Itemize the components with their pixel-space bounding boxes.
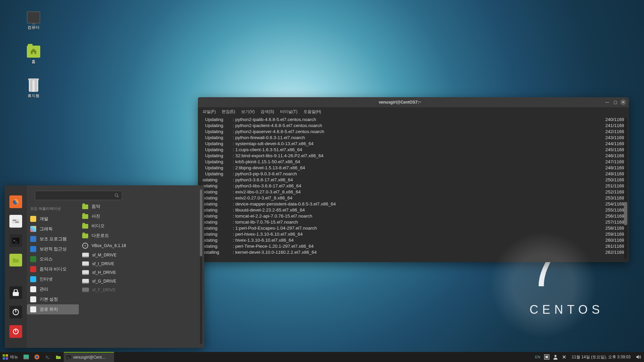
menu-place-item[interactable]: sf_G_DRIVE — [79, 277, 198, 286]
application-menu[interactable]: >_ 모든 애플리케이션 개발그래픽보조 프로그램보편적 접근성오피스음악과 비… — [5, 185, 204, 348]
terminal-action: Updating — [203, 153, 233, 159]
drive-icon — [82, 253, 89, 257]
panel-launcher-files[interactable] — [53, 352, 64, 362]
menu-category-label: 기본 설정 — [40, 297, 58, 302]
fav-settings[interactable] — [9, 215, 22, 228]
terminal-window[interactable]: venusgirl@CentOS7:~ — ▢ ✕ 파일(F)편집(E)보기(V… — [198, 97, 629, 262]
scrollbar-thumb[interactable] — [624, 202, 627, 225]
terminal-menu-item[interactable]: 보기(V) — [241, 109, 255, 115]
menu-place-item[interactable]: 사진 — [79, 212, 198, 221]
category-icon — [30, 246, 36, 252]
desktop[interactable]: 컴퓨터 홈 휴지통 7 CENTOS venusgirl@CentOS7:~ —… — [0, 0, 644, 362]
menu-search-input[interactable] — [38, 193, 114, 198]
terminal-line: Updating: 2:libpng-devel-1.5.13-8.el7.x8… — [203, 165, 624, 171]
panel-menu-button[interactable]: 메뉴 — [0, 352, 21, 362]
monitor-icon — [27, 11, 40, 23]
desktop-icon-computer[interactable]: 컴퓨터 — [20, 11, 47, 31]
desktop-icon-home[interactable]: 홈 — [20, 46, 47, 65]
terminal-action: odating — [203, 243, 233, 249]
terminal-action: odating — [203, 177, 233, 183]
window-maximize-button[interactable]: ▢ — [612, 99, 618, 105]
menu-place-item[interactable]: 음악 — [79, 202, 198, 212]
terminal-line: Updating: python2-ipaclient-4.6.8-5.el7.… — [203, 123, 624, 129]
terminal-menu-item[interactable]: 터미널(T) — [280, 109, 297, 115]
tray-volume-icon[interactable] — [635, 354, 641, 360]
terminal-count: 262/1169 — [594, 249, 624, 255]
menu-place-item[interactable]: 다운로드 — [79, 231, 198, 241]
menu-category-label: 오피스 — [40, 256, 53, 262]
terminal-title: venusgirl@CentOS7:~ — [198, 100, 602, 105]
menu-place-item[interactable]: sf_I_DRIVE — [79, 259, 198, 268]
terminal-package: : 1:perl-Pod-Escapes-1.04-297.el7.noarch — [233, 225, 594, 231]
menu-place-item[interactable]: sf_H_DRIVE — [79, 268, 198, 277]
menu-category-item[interactable]: 인터넷 — [27, 274, 79, 284]
terminal-line: odating: tomcat-lib-7.0.76-15.el7.noarch… — [203, 219, 624, 225]
window-close-button[interactable]: ✕ — [620, 99, 626, 105]
desktop-icon-trash[interactable]: 휴지통 — [20, 80, 47, 99]
terminal-action: odating — [203, 183, 233, 189]
menu-category-item[interactable]: 보조 프로그램 — [27, 234, 79, 244]
terminal-line: odating: exiv2-0.27.0-3.el7_8.x86_64253/… — [203, 195, 624, 201]
menu-search-box[interactable] — [35, 191, 122, 200]
menu-category-item[interactable]: 개발 — [27, 214, 79, 224]
panel-task-terminal[interactable]: >_ venusgirl@Cent… — [64, 352, 114, 362]
terminal-action: odating — [203, 225, 233, 231]
fav-lock[interactable] — [9, 286, 22, 299]
menu-category-item[interactable]: 관리 — [27, 284, 79, 294]
terminal-output[interactable]: Updating: python2-ipalib-4.6.8-5.el7.cen… — [198, 116, 629, 262]
window-minimize-button[interactable]: — — [604, 99, 610, 105]
menu-categories-header: 모든 애플리케이션 — [27, 204, 79, 214]
files-icon — [56, 355, 61, 359]
menu-category-label: 경로 위치 — [40, 307, 58, 312]
places-scrollbar[interactable] — [200, 189, 202, 344]
panel[interactable]: 메뉴 >_ >_ venusgirl@Cent… EN 11월 14일 (토요일… — [0, 352, 644, 362]
terminal-action: odating — [203, 207, 233, 213]
terminal-count: 245/1169 — [594, 147, 624, 153]
menu-category-item[interactable]: 보편적 접근성 — [27, 244, 79, 254]
menu-category-item[interactable]: 기본 설정 — [27, 294, 79, 304]
tray-network-icon[interactable] — [561, 354, 567, 360]
tray-user-icon[interactable] — [552, 354, 558, 360]
tray-vbox-icon[interactable] — [544, 354, 550, 360]
panel-clock[interactable]: 11월 14일 (토요일), 오후 3:39:03 — [569, 352, 634, 362]
panel-launcher-terminal[interactable]: >_ — [42, 352, 53, 362]
menu-category-item[interactable]: 경로 위치 — [27, 304, 79, 314]
fav-files[interactable] — [9, 254, 22, 266]
menu-place-item[interactable]: sf_M_DRIVE — [79, 251, 198, 259]
menu-place-item[interactable]: VBox_GAs_6.1.16 — [79, 241, 198, 251]
terminal-titlebar[interactable]: venusgirl@CentOS7:~ — ▢ ✕ — [198, 97, 629, 107]
terminal-action: Updating — [203, 129, 233, 135]
terminal-package: : kernel-devel-3.10.0-1160.2.2.el7.x86_6… — [233, 249, 594, 255]
fav-firefox[interactable] — [9, 195, 22, 208]
menu-category-item[interactable]: 그래픽 — [27, 224, 79, 234]
terminal-menu-item[interactable]: 도움말(H) — [304, 109, 321, 115]
menu-category-item[interactable]: 음악과 비디오 — [27, 264, 79, 274]
menu-category-item[interactable]: 오피스 — [27, 254, 79, 264]
menu-place-item[interactable]: 비디오 — [79, 221, 198, 231]
panel-launcher-firefox[interactable] — [32, 352, 42, 362]
terminal-menu-item[interactable]: 편집(E) — [222, 109, 235, 115]
menu-category-label: 관리 — [40, 287, 48, 292]
panel-show-desktop[interactable] — [21, 352, 32, 362]
svg-text:>_: >_ — [46, 355, 50, 359]
terminal-action: Updating — [203, 135, 233, 141]
terminal-icon: >_ — [66, 355, 71, 359]
menu-place-item[interactable]: sf_F_DRIVE — [79, 286, 198, 294]
fav-terminal[interactable]: >_ — [9, 234, 22, 247]
fav-shutdown[interactable] — [9, 325, 22, 338]
folder-icon — [82, 224, 88, 229]
folder-icon — [82, 234, 88, 238]
terminal-count: 247/1169 — [594, 159, 624, 165]
folder-icon — [82, 204, 88, 209]
terminal-menu-item[interactable]: 검색(S) — [261, 109, 274, 115]
terminal-line: Updating: krb5-pkinit-1.15.1-50.el7.x86_… — [203, 159, 624, 165]
terminal-scrollbar[interactable] — [624, 118, 627, 259]
terminal-package: : perl-Time-Piece-1.20.1-297.el7.x86_64 — [233, 243, 594, 249]
menu-place-label: 음악 — [92, 204, 100, 209]
fav-logout[interactable] — [9, 306, 22, 318]
terminal-menu-item[interactable]: 파일(F) — [203, 109, 216, 115]
menu-category-label: 그래픽 — [40, 226, 53, 232]
scrollbar-thumb[interactable] — [200, 189, 202, 256]
menu-place-label: sf_G_DRIVE — [92, 279, 116, 284]
panel-keyboard-indicator[interactable]: EN — [535, 355, 540, 359]
